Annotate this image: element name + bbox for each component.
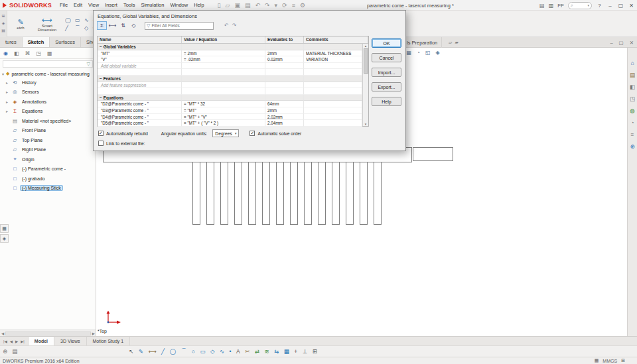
search-box[interactable]: ⌕ ▾ [568,2,592,9]
appearance-icon[interactable]: ◈ [435,50,439,56]
rebuild-icon[interactable]: ⟳ [282,2,287,9]
import-button[interactable]: Import... [372,68,401,77]
dimension-view-button[interactable]: ⟷ [107,21,117,30]
configurations-tab-icon[interactable]: ⌘ [25,50,31,56]
tab-model[interactable]: Model [29,337,54,345]
scroll-left-icon[interactable]: ◀ [1,332,4,335]
menu-window[interactable]: Window [170,2,188,8]
tab-3d-views[interactable]: 3D Views [54,337,86,345]
equation-row[interactable]: −Equations [98,95,362,101]
pattern-icon[interactable]: ▦ [284,348,289,355]
hide-show-icon[interactable]: ◱ [425,50,431,56]
sketch-equation-view-button[interactable]: ◇ [129,21,139,30]
forum-icon[interactable]: ⊕ [630,143,634,150]
pane-page-icon[interactable]: ▱ [449,40,452,45]
equation-row[interactable]: "MT" = 2mm 2mm MATERIAL THICKNESS [98,50,362,57]
equation-row[interactable]: "D3@Parametric come - " = "MT" 2mm [98,107,362,114]
units-display[interactable]: MMGS [602,359,617,363]
text-icon[interactable]: A [236,348,240,355]
tree-item-top-plane[interactable]: ▱ Top Plane [0,135,96,145]
minimize-button[interactable]: – [606,3,614,9]
circle-tool-icon[interactable]: ◯ [65,17,71,23]
spline-tool-icon[interactable]: ∿ [84,17,89,23]
angular-units-dropdown[interactable]: Degrees ▾ [212,129,239,137]
equation-row[interactable]: Add feature suppression [98,82,362,89]
column-header[interactable]: Value / Equation [182,36,265,43]
dock-icon[interactable]: ⊞ [1,13,5,18]
mirror-icon[interactable]: ⇆ [274,348,279,355]
scroll-right-icon[interactable]: ▶ [92,332,95,335]
redo-icon[interactable]: ↷ [232,23,237,29]
appearances-icon[interactable]: ◍ [630,107,634,114]
select-icon[interactable]: ▾ [275,2,278,9]
convert-entities-icon[interactable]: ⇄ [255,348,259,355]
options-icon[interactable]: ⚙ [300,2,305,9]
equation-row[interactable]: "D2@Parametric come - " = "MT" * 32 64mm [98,101,362,107]
expand-arrow-icon[interactable]: ▸ [6,109,10,113]
apps-icon[interactable]: ▥ [549,3,554,9]
equation-row[interactable]: −Features [98,76,362,82]
expand-arrow-icon[interactable]: ▸ [6,99,10,104]
equation-row[interactable]: "D5@Parametric come - " = "MT" + ( "V" *… [98,120,362,127]
collapse-icon[interactable]: − [100,76,102,81]
next-tab-icon[interactable]: ▶ [15,339,18,343]
point-icon[interactable]: • [230,348,232,355]
menu-insert[interactable]: Insert [105,2,117,8]
column-header[interactable]: Name [98,36,182,43]
rectangle-icon[interactable]: ▭ [200,348,205,355]
display-style-icon[interactable]: ◔ [417,50,420,56]
redo-icon[interactable]: ↷ [265,2,270,9]
equation-row[interactable] [98,69,362,76]
automatically-rebuild-checkbox[interactable]: ✓ [98,131,104,136]
rectangle-tool-icon[interactable]: ▭ [75,17,80,23]
polygon-icon[interactable]: ◇ [210,348,215,355]
arc-tool-icon[interactable]: ⌒ [75,25,80,32]
print-icon[interactable]: ▤ [245,2,251,9]
tab-surfaces[interactable]: Surfaces [50,37,81,47]
last-tab-icon[interactable]: ▶| [21,339,25,343]
polygon-tool-icon[interactable]: ◇ [84,25,89,31]
cancel-button[interactable]: Cancel [372,53,401,62]
tab-sketch[interactable]: Sketch [23,37,50,47]
automatic-solve-order-checkbox[interactable]: ✓ [249,131,255,136]
menu-help[interactable]: Help [194,2,204,8]
featuremanager-tree-tab-icon[interactable]: ◉ [3,50,8,56]
chevron-down-icon[interactable]: ▾ [2,72,4,76]
line-tool-icon[interactable]: ╱ [65,25,71,31]
tree-item-material[interactable]: ▤ Material <not specified> [0,116,96,126]
link-external-file-checkbox[interactable] [98,141,104,146]
scroll-down-icon[interactable]: ▾ [365,122,367,126]
resources-home-icon[interactable]: ⌂ [630,60,634,66]
selection-filter-icon[interactable]: ▦ [0,224,9,233]
tab-motion-study-1[interactable]: Motion Study 1 [87,337,131,345]
scroll-up-icon[interactable]: ▴ [365,44,367,48]
tree-item-history[interactable]: ▸ ⟲ History [0,78,96,88]
column-header[interactable]: Comments [304,36,368,43]
layers-icon[interactable]: ◈ [2,21,5,25]
trim-icon[interactable]: ✂ [245,348,249,355]
user-badge[interactable]: FF [557,3,564,9]
help-button[interactable]: Help [372,97,401,106]
menu-edit[interactable]: Edit [74,2,82,8]
filter-input[interactable] [151,23,212,28]
share-icon[interactable]: ▤ [539,3,545,9]
tree-item-origin[interactable]: ⌖ Origin [0,154,96,164]
menu-simulation[interactable]: Simulation [141,2,164,8]
tree-root-item[interactable]: ▾ ◆ parametric come - lasercut measuring [0,69,96,78]
propertymanager-tab-icon[interactable]: ◧ [14,50,19,56]
custom-properties-icon[interactable]: ≡ [631,131,634,138]
equation-row[interactable]: −Global Variables [98,44,362,50]
relations-icon[interactable]: ⊥ [303,348,307,355]
tree-item-sketch-parametric-come[interactable]: □ (-) Parametric come - [0,164,96,174]
toolbar-options-icon[interactable]: ⊕ [3,348,7,355]
grid-icon[interactable]: ▤ [1,28,5,32]
arc-icon[interactable]: ⌒ [181,347,187,355]
open-file-icon[interactable]: ▱ [226,2,230,9]
menu-file[interactable]: File [60,2,68,8]
displaymanager-tab-icon[interactable]: ▦ [47,50,52,56]
sketch-icon[interactable]: ✎ [139,348,143,355]
collapse-icon[interactable]: − [100,44,102,49]
expand-arrow-icon[interactable]: ▸ [6,80,10,85]
tab-features[interactable]: tures [0,37,23,47]
dimxpert-tab-icon[interactable]: ◳ [36,50,42,56]
